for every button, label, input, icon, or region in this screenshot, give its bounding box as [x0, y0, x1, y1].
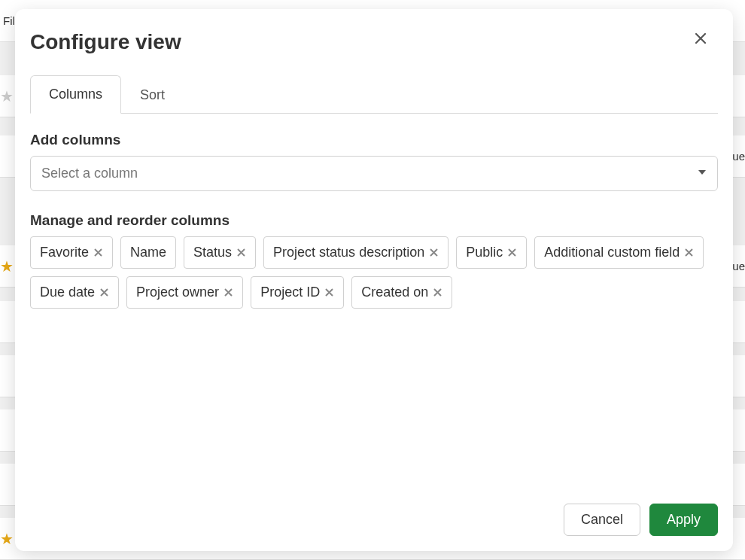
column-chip-favorite[interactable]: Favorite — [30, 236, 113, 269]
column-chip-project-status-description[interactable]: Project status description — [263, 236, 449, 269]
configure-view-dialog: Configure view Columns Sort Add columns … — [15, 9, 733, 551]
remove-chip-button[interactable] — [236, 248, 246, 257]
chip-label: Created on — [361, 285, 428, 300]
cancel-button[interactable]: Cancel — [564, 504, 640, 536]
apply-button[interactable]: Apply — [649, 504, 718, 536]
close-icon — [99, 288, 109, 297]
chip-label: Additional custom field — [544, 245, 680, 260]
star-icon: ★ — [0, 530, 14, 548]
dialog-header: Configure view — [15, 9, 733, 54]
remove-chip-button[interactable] — [684, 248, 694, 257]
column-chip-project-owner[interactable]: Project owner — [126, 276, 243, 309]
close-icon — [324, 288, 334, 297]
add-columns-label: Add columns — [30, 132, 718, 148]
tab-columns[interactable]: Columns — [30, 75, 121, 114]
close-button[interactable] — [689, 27, 712, 50]
close-icon — [224, 288, 233, 297]
bg-cell-partial: ue — [732, 260, 745, 272]
chip-label: Favorite — [40, 245, 89, 260]
column-chip-project-id[interactable]: Project ID — [251, 276, 344, 309]
remove-chip-button[interactable] — [507, 248, 517, 257]
close-icon — [433, 288, 442, 297]
remove-chip-button[interactable] — [324, 288, 334, 297]
tab-sort[interactable]: Sort — [121, 75, 184, 114]
dialog-body: Add columns Select a column Manage and r… — [15, 114, 733, 492]
bg-cell-partial: ue — [732, 150, 745, 163]
column-chip-created-on[interactable]: Created on — [351, 276, 452, 309]
dialog-footer: Cancel Apply — [15, 492, 733, 551]
manage-columns-label: Manage and reorder columns — [30, 212, 718, 229]
column-chip-status[interactable]: Status — [184, 236, 256, 269]
add-column-select[interactable]: Select a column — [30, 156, 718, 191]
star-icon: ★ — [0, 257, 14, 275]
chip-label: Project ID — [260, 285, 320, 300]
remove-chip-button[interactable] — [429, 248, 439, 257]
close-icon — [236, 248, 246, 257]
column-chip-name[interactable]: Name — [120, 236, 176, 269]
close-icon — [429, 248, 439, 257]
remove-chip-button[interactable] — [93, 248, 103, 257]
close-icon — [507, 248, 517, 257]
star-icon: ★ — [0, 87, 14, 105]
remove-chip-button[interactable] — [224, 288, 233, 297]
dialog-title: Configure view — [30, 30, 181, 54]
chip-label: Project status description — [273, 245, 424, 260]
remove-chip-button[interactable] — [99, 288, 109, 297]
close-icon — [93, 248, 103, 257]
column-chip-public[interactable]: Public — [456, 236, 527, 269]
column-chip-additional-custom-field[interactable]: Additional custom field — [534, 236, 704, 269]
remove-chip-button[interactable] — [433, 288, 442, 297]
chip-label: Project owner — [136, 285, 219, 300]
chip-label: Due date — [40, 285, 95, 300]
chip-label: Public — [466, 245, 503, 260]
close-icon — [684, 248, 694, 257]
column-chips: Favorite Name Status Project status desc… — [30, 236, 718, 309]
chip-label: Name — [130, 245, 166, 260]
column-chip-due-date[interactable]: Due date — [30, 276, 119, 309]
chip-label: Status — [193, 245, 232, 260]
tab-bar: Columns Sort — [30, 75, 718, 114]
close-icon — [694, 32, 707, 45]
